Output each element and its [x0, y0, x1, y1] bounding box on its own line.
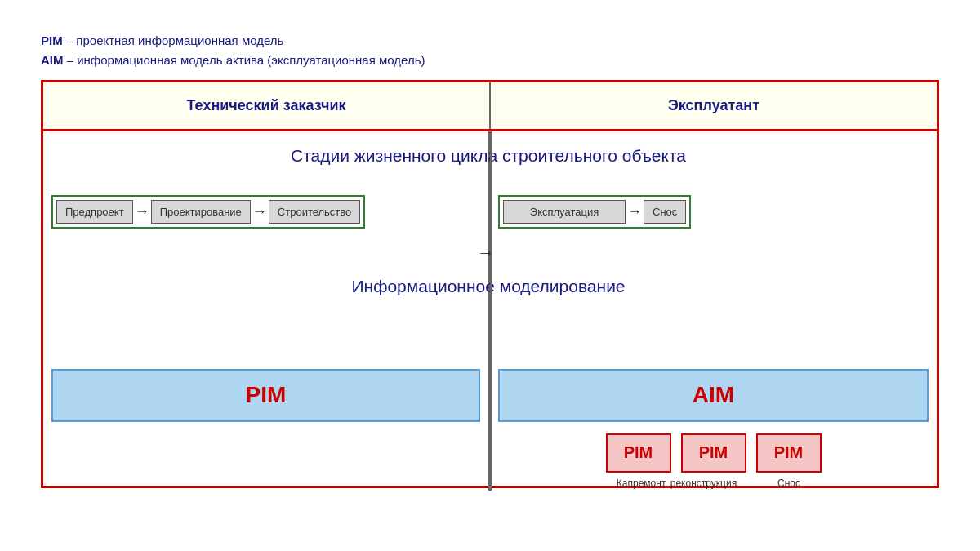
sub-pim-group-3: PIM	[756, 433, 822, 473]
sub-pim-group-1: PIM	[606, 433, 671, 473]
center-arrow: →	[477, 242, 495, 264]
sub-pim-label-1: PIM	[624, 443, 653, 462]
header-left: Технический заказчик	[43, 82, 491, 129]
legend-aim-label: AIM	[41, 53, 64, 67]
sub-pim-box-3: PIM	[756, 433, 822, 473]
sub-pim-label-2: PIM	[699, 443, 728, 462]
legend-pim-dash: –	[66, 33, 73, 47]
aim-bar-label: AIM	[693, 382, 734, 408]
sub-pim-labels-row: Капремонт, реконструкция Снос	[498, 478, 929, 489]
legend-aim-dash: –	[67, 53, 74, 67]
left-panel: Стадии жизненного цикла строительного об…	[43, 131, 490, 491]
lifecycle-title: Стадии жизненного цикла строительного об…	[43, 146, 933, 166]
header-right: Эксплуатант	[491, 82, 937, 129]
stage-predproekt: Предпроект	[56, 200, 133, 224]
sub-pim-group-2: PIM	[681, 433, 746, 473]
sub-pim-box-1: PIM	[606, 433, 671, 473]
info-modeling-title: Информационное моделирование	[43, 277, 933, 296]
stage-stroitelstvo: Строительство	[269, 200, 360, 224]
right-stages: Эксплуатация → Снос	[498, 195, 929, 229]
legend: PIM – проектная информационная модель AI…	[41, 31, 939, 70]
sub-pim-caption-kaprem: Капремонт, реконструкция	[601, 478, 752, 489]
vertical-divider	[490, 131, 492, 491]
sub-pim-box-2: PIM	[681, 433, 746, 473]
main-frame: Технический заказчик Эксплуатант Стадии …	[41, 80, 939, 488]
header-row: Технический заказчик Эксплуатант	[43, 82, 937, 131]
page-container: PIM – проектная информационная модель AI…	[41, 23, 939, 529]
legend-pim-line: PIM – проектная информационная модель	[41, 31, 939, 51]
sub-pim-label-3: PIM	[774, 443, 804, 462]
right-stages-group: Эксплуатация → Снос	[498, 195, 691, 229]
pim-bar-label: PIM	[246, 382, 287, 408]
sub-pim-caption-snos: Снос	[752, 478, 826, 489]
stage-snos: Снос	[644, 200, 686, 224]
aim-bar: AIM	[498, 369, 929, 422]
legend-pim-desc: проектная информационная модель	[76, 33, 283, 47]
left-stages: Предпроект → Проектирование → Строительс…	[51, 195, 480, 229]
arrow-2: →	[251, 203, 269, 220]
content-area: Стадии жизненного цикла строительного об…	[43, 131, 937, 491]
right-panel: Эксплуатация → Снос AIM PIM	[490, 131, 937, 491]
pim-bar: PIM	[51, 369, 480, 422]
stage-ekspluatatsia: Эксплуатация	[503, 200, 626, 224]
arrow-3: →	[626, 203, 644, 220]
stage-proektirovanie: Проектирование	[151, 200, 251, 224]
left-stages-group: Предпроект → Проектирование → Строительс…	[51, 195, 365, 229]
legend-aim-desc: информационная модель актива (эксплуатац…	[77, 53, 425, 67]
sub-pim-row: PIM PIM PIM	[498, 433, 929, 473]
legend-aim-line: AIM – информационная модель актива (эксп…	[41, 51, 939, 70]
arrow-1: →	[133, 203, 151, 220]
legend-pim-label: PIM	[41, 33, 63, 47]
